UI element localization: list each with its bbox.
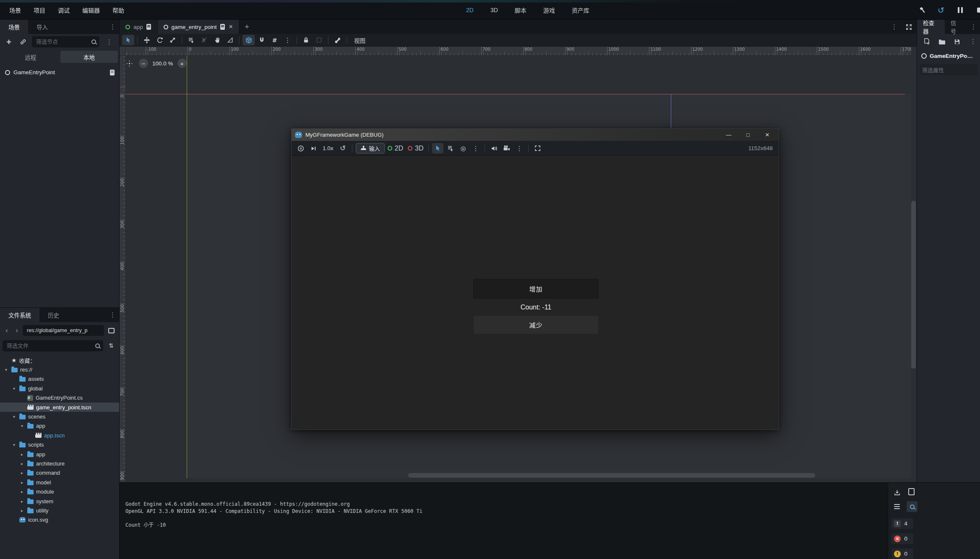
ruler-tool-button[interactable] (224, 35, 236, 45)
game-window-titlebar[interactable]: MyGFrameworkGame (DEBUG) — □ ✕ (292, 129, 779, 141)
fs-tree-item[interactable]: 收藏： (0, 356, 119, 365)
filter-nodes-field[interactable] (32, 36, 99, 47)
camera-override-button[interactable] (501, 143, 512, 153)
fs-tree-item[interactable]: utility (0, 506, 119, 515)
load-resource-icon[interactable] (936, 36, 947, 47)
fs-tree-item[interactable]: app.tscn (0, 431, 119, 440)
picking-mode-button[interactable]: ◎ (457, 143, 469, 153)
minimize-button[interactable]: — (721, 129, 737, 141)
workspace-button[interactable]: 游戏 (537, 4, 559, 16)
expand-arrow-icon[interactable] (19, 489, 25, 494)
error-count-badge[interactable]: 0 (891, 533, 913, 544)
zoom-in-button[interactable]: + (177, 59, 187, 68)
scene-tab[interactable]: app × (120, 20, 157, 34)
fs-tree-item[interactable]: app (0, 421, 119, 431)
group-selected-button[interactable] (313, 35, 325, 45)
filesystem-menu-icon[interactable]: ⋮ (106, 308, 119, 322)
expand-arrow-icon[interactable] (11, 442, 17, 447)
collapse-duplicates-icon[interactable] (891, 501, 902, 512)
inspected-node-row[interactable]: GameEntryPoint (917, 50, 980, 62)
zoom-level-label[interactable]: 100.0 % (152, 60, 173, 67)
instance-scene-button[interactable] (18, 36, 29, 47)
tab-signals[interactable]: 信号 (945, 20, 967, 34)
center-view-icon[interactable] (124, 58, 135, 69)
grid-toggle-button[interactable]: # (268, 35, 281, 45)
smart-snap-button[interactable] (242, 35, 255, 45)
snap-options-menu-icon[interactable]: ⋮ (281, 35, 294, 45)
select-tool-button[interactable] (122, 35, 134, 45)
fs-tree-item[interactable]: res:// (0, 365, 119, 374)
rotate-tool-button[interactable] (154, 35, 166, 45)
lock-selected-button[interactable] (300, 35, 312, 45)
select-list-button[interactable] (445, 143, 456, 153)
new-resource-icon[interactable] (921, 36, 932, 47)
menu-item[interactable]: 场景 (4, 4, 26, 16)
menu-item[interactable]: 项目 (29, 4, 50, 16)
fs-tree-item[interactable]: scenes (0, 412, 119, 421)
fs-tree-item[interactable]: GameEntryPoint.cs (0, 393, 119, 403)
workspace-button[interactable]: 脚本 (508, 4, 531, 16)
pause-project-button[interactable] (954, 4, 967, 16)
fs-tree-item[interactable]: command (0, 468, 119, 478)
scene-tree-root-node[interactable]: GameEntryPoint (3, 67, 117, 78)
pan-tool-button[interactable] (211, 35, 223, 45)
scene-toolbar-menu-icon[interactable]: ⋮ (103, 38, 116, 46)
tab-strip-menu-icon[interactable]: ⋮ (888, 23, 901, 31)
skeleton-options-button[interactable] (331, 35, 344, 45)
local-button[interactable]: 本地 (60, 51, 118, 63)
new-scene-tab-button[interactable]: + (240, 20, 254, 34)
tab-filesystem[interactable]: 文件系统 (0, 308, 39, 322)
add-node-button[interactable]: + (3, 36, 14, 47)
expand-arrow-icon[interactable] (11, 414, 17, 419)
workspace-button[interactable]: 资产库 (565, 4, 594, 16)
fs-tree-item[interactable]: assets (0, 374, 119, 384)
filter-files-field[interactable] (3, 340, 103, 351)
menu-item[interactable]: 编辑器 (77, 4, 105, 16)
fs-tree-item[interactable]: global (0, 384, 119, 393)
3d-mode-button[interactable]: 3D (406, 143, 425, 153)
tab-scene[interactable]: 场景 (0, 20, 28, 34)
expand-arrow-icon[interactable] (19, 508, 25, 513)
embed-fullscreen-button[interactable] (532, 143, 543, 153)
expand-arrow-icon[interactable] (19, 480, 25, 485)
close-button[interactable]: ✕ (759, 129, 775, 141)
fs-tree-item[interactable]: game_entry_point.tscn (0, 403, 119, 412)
expand-arrow-icon[interactable] (19, 424, 25, 428)
forward-icon[interactable]: › (13, 325, 21, 335)
stop-project-button[interactable] (973, 4, 980, 16)
vertical-scrollbar[interactable] (911, 201, 916, 369)
save-output-icon[interactable] (891, 487, 902, 498)
speed-label[interactable]: 1.0x (320, 145, 336, 151)
list-select-button[interactable] (185, 35, 197, 45)
fs-tree-item[interactable]: icon.svg (0, 515, 119, 525)
move-tool-button[interactable] (141, 35, 153, 45)
mute-audio-button[interactable] (488, 143, 500, 153)
fs-tree-item[interactable]: module (0, 487, 119, 496)
2d-mode-button[interactable]: 2D (386, 143, 405, 153)
expand-arrow-icon[interactable] (19, 452, 25, 457)
horizontal-scrollbar[interactable] (408, 473, 815, 478)
expand-arrow-icon[interactable] (19, 461, 25, 466)
camera-options-icon[interactable]: ⋮ (513, 143, 525, 153)
menu-item[interactable]: 调试 (53, 4, 75, 16)
filter-properties-field[interactable]: 筛选属性 (920, 64, 978, 75)
scale-tool-button[interactable] (167, 35, 179, 45)
search-output-icon[interactable] (907, 501, 917, 512)
current-path-input[interactable] (26, 327, 101, 334)
distraction-free-icon[interactable] (903, 21, 914, 32)
view-menu-button[interactable]: 视图 (350, 36, 370, 44)
warning-count-badge[interactable]: 0 (891, 549, 913, 559)
inspector-menu-icon[interactable]: ⋮ (967, 20, 980, 34)
suspend-button[interactable] (295, 143, 306, 153)
attached-script-icon[interactable] (110, 70, 115, 75)
decrease-button[interactable]: 减少 (473, 315, 599, 334)
close-tab-icon[interactable]: × (228, 23, 233, 31)
fs-tree-item[interactable]: system (0, 497, 119, 506)
toggle-split-mode-icon[interactable] (106, 325, 117, 336)
sort-files-icon[interactable]: ⇅ (106, 340, 117, 351)
filter-files-input[interactable] (6, 342, 93, 349)
build-csharp-button[interactable] (915, 4, 928, 16)
save-resource-icon[interactable] (951, 36, 962, 47)
filter-nodes-input[interactable] (35, 38, 89, 45)
back-icon[interactable]: ‹ (3, 325, 11, 335)
